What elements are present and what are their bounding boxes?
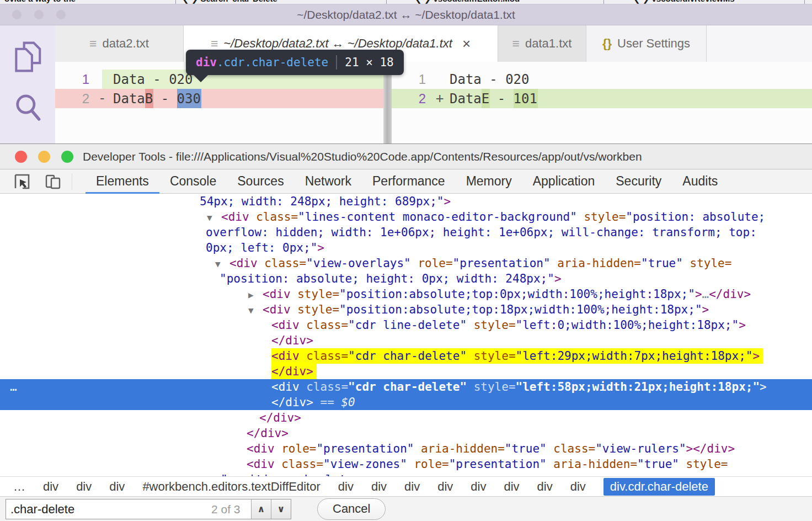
search-icon[interactable] xyxy=(13,92,42,126)
file-lines-icon: ≡ xyxy=(512,36,520,51)
search-match-count: 2 of 3 xyxy=(211,499,251,519)
tab-data1[interactable]: ≡ data1.txt xyxy=(498,25,586,62)
cancel-button[interactable]: Cancel xyxy=(317,498,386,520)
tooltip-divider xyxy=(336,55,337,70)
dom-tree-row[interactable]: ▼<div style="position:absolute;top:18px;… xyxy=(0,302,812,317)
line-text: DataE - 101 xyxy=(450,89,537,108)
previous-match-button[interactable]: ∧ xyxy=(251,499,271,519)
screen: ovide a way to the❮ ❯ Search 'char-Delet… xyxy=(0,0,812,521)
divider xyxy=(175,0,176,4)
dom-tree-row[interactable]: <div class="cdr line-delete" style="left… xyxy=(0,317,812,333)
line-number: 2 xyxy=(71,89,89,108)
file-lines-icon: ≡ xyxy=(211,36,218,51)
devtools-tab-application[interactable]: Application xyxy=(522,169,606,194)
dom-tree-row[interactable]: </div> == $0 xyxy=(0,395,812,410)
vscode-activity-bar xyxy=(0,25,55,143)
line-number: 2 xyxy=(407,89,426,108)
search-group: 2 of 3 ∧ ∨ xyxy=(6,499,291,519)
line-text: Data - 020 xyxy=(113,70,193,89)
background-tab-fragment: ❮ ❯ vscode/divReviewMs xyxy=(633,0,735,4)
dom-tree-row[interactable]: "position: absolute; xyxy=(0,472,812,476)
dom-tree-row[interactable]: <div class="view-zones" role="presentati… xyxy=(0,456,812,472)
tooltip-arrow xyxy=(194,75,208,82)
file-lines-icon: ≡ xyxy=(89,36,97,51)
dom-tree-row[interactable]: 0px; left: 0px;"> xyxy=(0,240,812,256)
background-window-strip: ovide a way to the❮ ❯ Search 'char-Delet… xyxy=(0,0,812,4)
device-toolbar-icon[interactable] xyxy=(44,173,62,190)
elements-breadcrumb-bar: …divdivdiv#workbench.editors.textDiffEdi… xyxy=(0,476,812,496)
inspect-element-icon[interactable] xyxy=(13,173,31,190)
devtools-tab-sources[interactable]: Sources xyxy=(227,169,294,194)
tab-label: data1.txt xyxy=(525,36,571,51)
dom-tree-row[interactable]: <div role="presentation" aria-hidden="tr… xyxy=(0,441,812,456)
breadcrumb-item[interactable]: div xyxy=(537,480,553,494)
dom-tree-row[interactable]: ▶<div style="position:absolute;top:0px;w… xyxy=(0,286,812,302)
diff-line-deleted: 2 - DataB - 030 xyxy=(55,89,383,108)
breadcrumb-item[interactable]: div xyxy=(404,480,420,494)
devtools-tab-console[interactable]: Console xyxy=(159,169,227,194)
dom-tree-row[interactable]: </div> xyxy=(0,426,812,441)
devtools-tab-strip: ElementsConsoleSourcesNetworkPerformance… xyxy=(86,169,728,193)
devtools-tab-elements[interactable]: Elements xyxy=(86,169,159,194)
devtools-tab-memory[interactable]: Memory xyxy=(456,169,522,194)
breadcrumb-item[interactable]: div xyxy=(76,480,92,494)
devtools-tab-audits[interactable]: Audits xyxy=(672,169,728,194)
tooltip-selector: .cdr.char-delete xyxy=(217,56,328,69)
devtools-titlebar: Developer Tools - file:///Applications/V… xyxy=(0,144,812,169)
tab-label: data2.txt xyxy=(103,36,149,51)
breadcrumb-item[interactable]: div xyxy=(570,480,586,494)
devtools-window-title: Developer Tools - file:///Applications/V… xyxy=(83,144,812,169)
breadcrumb-item[interactable]: div xyxy=(471,480,486,494)
close-traffic-light[interactable] xyxy=(15,151,27,163)
tab-label: ~/Desktop/data2.txt ↔ ~/Desktop/data1.tx… xyxy=(223,36,452,51)
dom-tree-row[interactable]: ▼<div class="lines-content monaco-editor… xyxy=(0,209,812,225)
tooltip-dimensions: 21 × 18 xyxy=(345,56,394,69)
breadcrumb-item-selected[interactable]: div.cdr.char-delete xyxy=(603,478,715,496)
diff-plus-sign: + xyxy=(436,89,444,108)
next-match-button[interactable]: ∨ xyxy=(271,499,291,519)
diff-minus-sign: - xyxy=(98,89,106,108)
line-number: 1 xyxy=(407,70,426,89)
zoom-traffic-light[interactable] xyxy=(61,151,73,163)
gutter-ellipsis[interactable]: … xyxy=(10,379,17,395)
dom-tree-row[interactable]: overflow: hidden; width: 1e+06px; height… xyxy=(0,225,812,240)
vscode-window-title: ~/Desktop/data2.txt ↔ ~/Desktop/data1.tx… xyxy=(0,4,812,25)
elements-dom-tree[interactable]: 54px; width: 248px; height: 689px;">▼<di… xyxy=(0,194,812,476)
vscode-window: ~/Desktop/data2.txt ↔ ~/Desktop/data1.tx… xyxy=(0,4,812,143)
dom-tree-row[interactable]: "position: absolute; height: 0px; width:… xyxy=(0,271,812,286)
dom-tree-row[interactable]: 54px; width: 248px; height: 689px;"> xyxy=(0,194,812,209)
breadcrumb-item[interactable]: div xyxy=(437,480,453,494)
dom-tree-row[interactable]: </div> xyxy=(0,410,812,426)
dom-tree-row[interactable]: <div class="cdr char-delete" style="left… xyxy=(0,348,812,364)
breadcrumb-item[interactable]: div xyxy=(504,480,519,494)
breadcrumb-item[interactable]: div xyxy=(371,480,387,494)
vscode-tab-bar: ≡ data2.txt ≡ ~/Desktop/data2.txt ↔ ~/De… xyxy=(55,25,812,62)
tab-user-settings[interactable]: {} User Settings xyxy=(586,25,707,62)
dom-tree-row[interactable]: …<div class="cdr char-delete" style="lef… xyxy=(0,379,812,395)
close-tab-icon[interactable]: × xyxy=(462,36,471,51)
dom-tree-row[interactable]: ▼<div class="view-overlays" role="presen… xyxy=(0,256,812,271)
toolbar-divider xyxy=(72,173,72,190)
breadcrumb-item[interactable]: div xyxy=(43,480,58,494)
search-input[interactable] xyxy=(6,499,211,519)
tab-data2[interactable]: ≡ data2.txt xyxy=(55,25,184,62)
dom-tree-row[interactable]: </div> xyxy=(0,364,812,379)
devtools-window: Developer Tools - file:///Applications/V… xyxy=(0,143,812,521)
diff-editor[interactable]: 1 Data - 020 2 - DataB - 030 1 Data - 02… xyxy=(55,62,812,143)
divider xyxy=(603,0,604,4)
breadcrumb-item[interactable]: div xyxy=(338,480,354,494)
explorer-icon[interactable] xyxy=(13,40,42,74)
devtools-tab-performance[interactable]: Performance xyxy=(362,169,456,194)
vscode-titlebar: ~/Desktop/data2.txt ↔ ~/Desktop/data1.tx… xyxy=(0,4,812,25)
minimize-traffic-light[interactable] xyxy=(38,151,50,163)
devtools-tab-network[interactable]: Network xyxy=(295,169,362,194)
dom-tree-row[interactable]: </div> xyxy=(0,333,812,348)
breadcrumb-item[interactable]: div xyxy=(109,480,125,494)
devtools-tab-security[interactable]: Security xyxy=(605,169,672,194)
diff-pane-modified[interactable]: 1 Data - 020 2 + DataE - 101 xyxy=(392,62,812,143)
background-tab-fragment: ovide a way to the xyxy=(4,0,76,3)
tab-label: User Settings xyxy=(617,36,690,51)
breadcrumb-item[interactable]: … xyxy=(13,480,25,494)
tooltip-tag-name: div xyxy=(196,56,217,69)
breadcrumb-item[interactable]: #workbench.editors.textDiffEditor xyxy=(142,480,320,494)
